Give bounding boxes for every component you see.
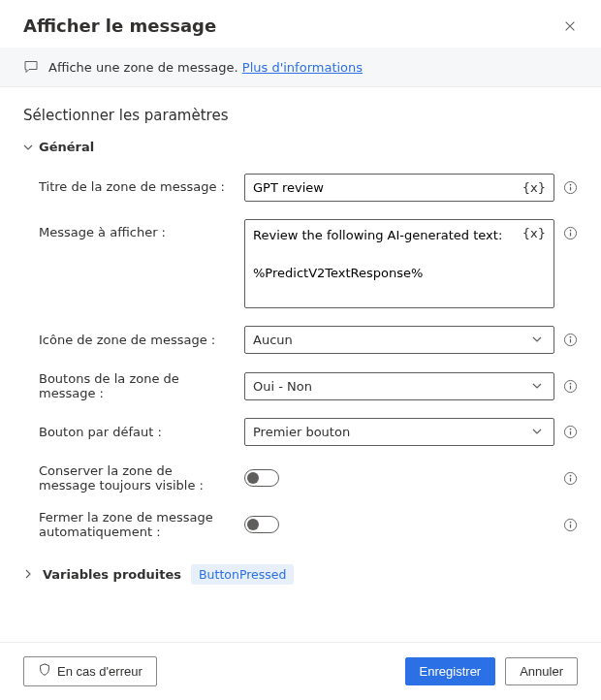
shield-icon (38, 663, 51, 680)
general-accordion[interactable]: Général (0, 132, 601, 174)
chat-icon (23, 59, 39, 75)
info-icon[interactable] (562, 378, 578, 394)
header: Afficher le message (0, 0, 601, 48)
chevron-down-icon (532, 333, 542, 347)
variables-label: Variables produites (43, 567, 181, 582)
svg-point-13 (569, 521, 571, 523)
default-button-select[interactable]: Premier bouton (244, 418, 554, 446)
icon-select[interactable]: Aucun (244, 326, 554, 354)
label-default-button: Bouton par défaut : (39, 425, 233, 439)
on-error-button[interactable]: En cas d'erreur (23, 656, 157, 686)
svg-point-11 (569, 474, 571, 476)
svg-point-7 (569, 382, 571, 384)
close-icon[interactable] (562, 18, 578, 34)
info-bar: Affiche une zone de message. Plus d'info… (0, 48, 601, 87)
always-top-toggle[interactable] (244, 469, 279, 487)
label-icon: Icône de zone de message : (39, 333, 233, 347)
auto-close-toggle[interactable] (244, 516, 279, 533)
buttons-select-value: Oui - Non (253, 379, 312, 394)
info-icon[interactable] (562, 517, 578, 532)
svg-point-9 (569, 429, 571, 430)
control-title: {x} (244, 174, 578, 202)
buttons-select[interactable]: Oui - Non (244, 372, 554, 400)
row-default-button: Bouton par défaut : Premier bouton (39, 418, 578, 446)
control-always-top (244, 469, 578, 487)
row-always-top: Conserver la zone de message toujours vi… (39, 463, 578, 493)
title-input[interactable] (245, 175, 515, 201)
info-icon[interactable] (562, 425, 578, 440)
info-icon[interactable] (562, 225, 578, 240)
on-error-label: En cas d'erreur (57, 664, 142, 679)
label-title: Titre de la zone de message : (39, 174, 233, 194)
save-button[interactable]: Enregistrer (405, 657, 496, 685)
message-textarea[interactable] (245, 220, 515, 307)
section-title: Sélectionner les paramètres (0, 87, 601, 132)
cancel-button[interactable]: Annuler (505, 657, 578, 685)
chevron-down-icon (532, 425, 542, 439)
svg-point-5 (569, 336, 571, 338)
info-text-content: Affiche une zone de message. (48, 60, 238, 75)
icon-select-value: Aucun (253, 333, 293, 347)
more-info-link[interactable]: Plus d'informations (242, 60, 363, 75)
control-icon: Aucun (244, 326, 578, 354)
row-message: Message à afficher : {x} (39, 219, 578, 308)
chevron-right-icon (23, 567, 33, 582)
form: Titre de la zone de message : {x} Messag… (0, 174, 601, 557)
footer: En cas d'erreur Enregistrer Annuler (0, 642, 601, 700)
input-wrap-title: {x} (244, 174, 554, 202)
label-message: Message à afficher : (39, 219, 233, 239)
control-auto-close (244, 516, 578, 533)
row-title: Titre de la zone de message : {x} (39, 174, 578, 202)
label-auto-close: Fermer la zone de message automatiquemen… (39, 510, 233, 539)
label-always-top: Conserver la zone de message toujours vi… (39, 463, 233, 493)
control-buttons: Oui - Non (244, 372, 578, 400)
default-button-select-value: Premier bouton (253, 425, 350, 439)
control-message: {x} (244, 219, 578, 308)
control-default-button: Premier bouton (244, 418, 578, 446)
info-icon[interactable] (562, 180, 578, 196)
info-text: Affiche une zone de message. Plus d'info… (48, 60, 363, 75)
label-buttons: Boutons de la zone de message : (39, 371, 233, 400)
info-icon[interactable] (562, 333, 578, 348)
row-auto-close: Fermer la zone de message automatiquemen… (39, 510, 578, 539)
general-label: Général (39, 140, 94, 154)
row-icon: Icône de zone de message : Aucun (39, 326, 578, 354)
var-token-button[interactable]: {x} (515, 180, 554, 195)
dialog-title: Afficher le message (23, 16, 216, 36)
chevron-down-icon (532, 379, 542, 394)
variables-accordion[interactable]: Variables produites ButtonPressed (0, 557, 601, 604)
chevron-down-icon (23, 143, 33, 152)
var-token-button[interactable]: {x} (515, 220, 554, 240)
svg-point-1 (569, 184, 571, 186)
dialog: Afficher le message Affiche une zone de … (0, 0, 601, 700)
variable-chip[interactable]: ButtonPressed (191, 564, 294, 585)
input-wrap-message: {x} (244, 219, 554, 308)
info-icon[interactable] (562, 470, 578, 486)
row-buttons: Boutons de la zone de message : Oui - No… (39, 371, 578, 400)
svg-point-3 (569, 229, 571, 231)
